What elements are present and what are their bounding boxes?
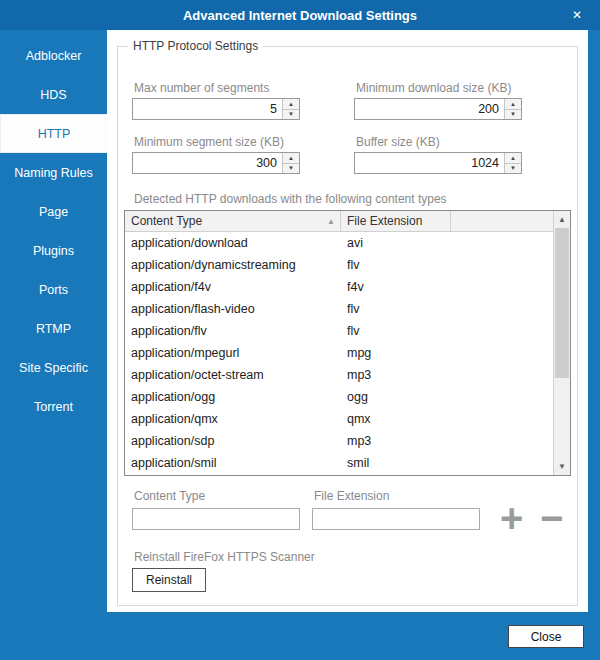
cell-file-extension: flv	[341, 258, 451, 272]
cell-file-extension: mp3	[341, 434, 451, 448]
cell-content-type: application/octet-stream	[125, 368, 341, 382]
header-content-type-label: Content Type	[131, 214, 202, 228]
cell-content-type: application/sdp	[125, 434, 341, 448]
max-segments-label: Max number of segments	[134, 81, 269, 95]
close-icon[interactable]: ✕	[566, 0, 588, 30]
table-row[interactable]: application/f4v f4v	[125, 276, 553, 298]
window-title: Advanced Internet Download Settings	[183, 8, 417, 23]
reinstall-scanner-label: Reinstall FireFox HTTPS Scanner	[134, 550, 315, 564]
spin-down-icon[interactable]: ▼	[505, 110, 521, 120]
spin-up-icon[interactable]: ▲	[505, 99, 521, 110]
max-segments-value: 5	[133, 99, 282, 119]
group-title: HTTP Protocol Settings	[128, 39, 263, 53]
spin-down-icon[interactable]: ▼	[505, 164, 521, 174]
table-row[interactable]: application/octet-stream mp3	[125, 364, 553, 386]
header-file-extension-label: File Extension	[347, 214, 422, 228]
scrollbar-track[interactable]	[554, 228, 570, 458]
spin-up-icon[interactable]: ▲	[505, 153, 521, 164]
buffer-size-label: Buffer size (KB)	[356, 135, 440, 149]
header-file-extension[interactable]: File Extension	[341, 211, 451, 231]
table-row[interactable]: application/sdp mp3	[125, 430, 553, 452]
scroll-down-icon[interactable]: ▼	[554, 458, 570, 475]
cell-file-extension: f4v	[341, 280, 451, 294]
spin-up-icon[interactable]: ▲	[283, 153, 299, 164]
add-icon[interactable]: +	[500, 505, 523, 531]
vertical-scrollbar[interactable]: ▲ ▼	[553, 211, 570, 475]
buffer-size-value: 1024	[355, 153, 504, 173]
file-extension-input[interactable]	[312, 508, 480, 530]
reinstall-button[interactable]: Reinstall	[132, 568, 206, 592]
cell-content-type: application/qmx	[125, 412, 341, 426]
remove-icon[interactable]: −	[540, 505, 563, 531]
cell-file-extension: smil	[341, 456, 451, 470]
table-row[interactable]: application/flash-video flv	[125, 298, 553, 320]
add-file-extension-label: File Extension	[314, 489, 389, 503]
table-row[interactable]: application/download avi	[125, 232, 553, 254]
cell-file-extension: flv	[341, 324, 451, 338]
spin-buttons: ▲ ▼	[282, 99, 299, 119]
min-segment-size-value: 300	[133, 153, 282, 173]
spin-buttons: ▲ ▼	[282, 153, 299, 173]
cell-content-type: application/dynamicstreaming	[125, 258, 341, 272]
cell-file-extension: mp3	[341, 368, 451, 382]
min-download-size-stepper[interactable]: 200 ▲ ▼	[354, 98, 522, 120]
http-protocol-settings-group: HTTP Protocol Settings Max number of seg…	[117, 46, 578, 606]
min-download-size-label: Minimum download size (KB)	[356, 81, 511, 95]
cell-content-type: application/ogg	[125, 390, 341, 404]
cell-file-extension: avi	[341, 236, 451, 250]
scroll-up-icon[interactable]: ▲	[554, 211, 570, 228]
cell-file-extension: mpg	[341, 346, 451, 360]
titlebar: Advanced Internet Download Settings ✕	[0, 0, 600, 30]
content-types-table: Content Type ▲ File Extension applicatio…	[124, 210, 571, 476]
cell-content-type: application/smil	[125, 456, 341, 470]
min-download-size-value: 200	[355, 99, 504, 119]
sidebar-item-site-specific[interactable]: Site Specific	[0, 348, 107, 387]
buffer-size-stepper[interactable]: 1024 ▲ ▼	[354, 152, 522, 174]
sidebar-item-naming-rules[interactable]: Naming Rules	[0, 153, 107, 192]
sidebar-item-rtmp[interactable]: RTMP	[0, 309, 107, 348]
sidebar-item-ports[interactable]: Ports	[0, 270, 107, 309]
cell-content-type: application/flash-video	[125, 302, 341, 316]
max-segments-stepper[interactable]: 5 ▲ ▼	[132, 98, 300, 120]
table-row[interactable]: application/ogg ogg	[125, 386, 553, 408]
add-content-type-label: Content Type	[134, 489, 205, 503]
sort-ascending-icon: ▲	[327, 217, 335, 226]
min-segment-size-label: Minimum segment size (KB)	[134, 135, 284, 149]
cell-content-type: application/flv	[125, 324, 341, 338]
spin-down-icon[interactable]: ▼	[283, 110, 299, 120]
spin-buttons: ▲ ▼	[504, 153, 521, 173]
content-type-input[interactable]	[132, 508, 300, 530]
table-row[interactable]: application/flv flv	[125, 320, 553, 342]
sidebar: Adblocker HDS HTTP Naming Rules Page Plu…	[0, 30, 107, 660]
cell-content-type: application/download	[125, 236, 341, 250]
close-button[interactable]: Close	[508, 625, 584, 648]
table-caption: Detected HTTP downloads with the followi…	[134, 192, 447, 206]
sidebar-item-hds[interactable]: HDS	[0, 75, 107, 114]
spin-up-icon[interactable]: ▲	[283, 99, 299, 110]
cell-file-extension: flv	[341, 302, 451, 316]
table-header-row: Content Type ▲ File Extension	[125, 211, 553, 232]
spin-down-icon[interactable]: ▼	[283, 164, 299, 174]
header-blank	[451, 211, 553, 231]
sidebar-item-plugins[interactable]: Plugins	[0, 231, 107, 270]
cell-content-type: application/mpegurl	[125, 346, 341, 360]
sidebar-item-torrent[interactable]: Torrent	[0, 387, 107, 426]
table-row[interactable]: application/qmx qmx	[125, 408, 553, 430]
sidebar-item-http[interactable]: HTTP	[0, 114, 107, 153]
cell-file-extension: qmx	[341, 412, 451, 426]
table-body: Content Type ▲ File Extension applicatio…	[125, 211, 553, 475]
sidebar-item-page[interactable]: Page	[0, 192, 107, 231]
scrollbar-thumb[interactable]	[555, 228, 569, 378]
table-row[interactable]: application/dynamicstreaming flv	[125, 254, 553, 276]
sidebar-item-adblocker[interactable]: Adblocker	[0, 36, 107, 75]
header-content-type[interactable]: Content Type ▲	[125, 211, 341, 231]
spin-buttons: ▲ ▼	[504, 99, 521, 119]
table-row[interactable]: application/mpegurl mpg	[125, 342, 553, 364]
cell-file-extension: ogg	[341, 390, 451, 404]
min-segment-size-stepper[interactable]: 300 ▲ ▼	[132, 152, 300, 174]
table-row[interactable]: application/smil smil	[125, 452, 553, 474]
cell-content-type: application/f4v	[125, 280, 341, 294]
main-panel: HTTP Protocol Settings Max number of seg…	[107, 30, 588, 612]
